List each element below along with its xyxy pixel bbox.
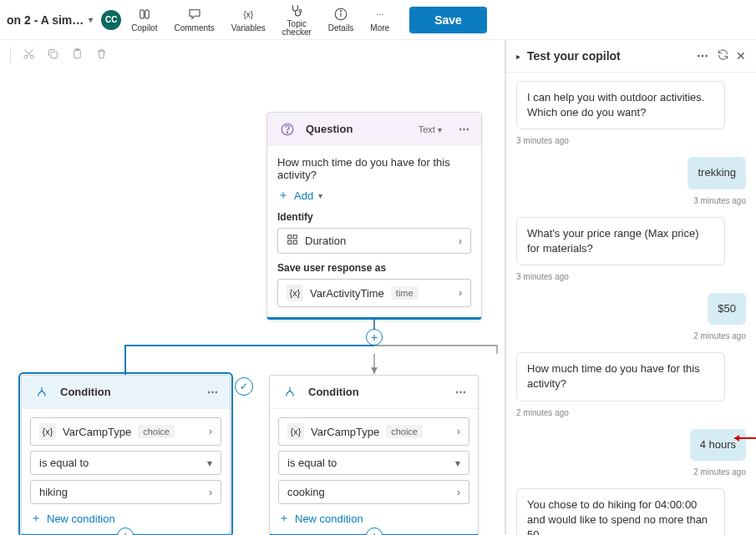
topic-title-text: on 2 - A sim… [7,13,84,27]
node-title: Condition [308,386,447,398]
panel-menu[interactable]: ⋯ [697,49,710,63]
comments-button[interactable]: Comments [167,3,221,36]
bot-message: I can help you with outdoor activities. … [516,81,725,129]
cut-icon[interactable] [23,48,35,63]
plus-icon: ＋ [278,511,290,526]
variable-icon: {x} [287,285,303,301]
question-prompt: How much time do you have for this activ… [277,156,471,181]
plus-icon: ＋ [277,188,289,203]
more-button[interactable]: ⋯ More [363,3,396,36]
svg-point-12 [287,132,287,133]
stethoscope-icon [289,3,304,18]
question-icon [277,119,297,139]
chevron-right-icon: › [459,287,462,299]
node-menu[interactable]: ⋯ [459,123,471,135]
chevron-down-icon: ▾ [207,457,212,469]
condition-value[interactable]: hiking › [30,480,221,504]
panel-title: Test your copilot [527,49,690,63]
timestamp: 3 minutes ago [516,272,569,281]
identify-label: Identify [277,211,471,223]
svg-point-5 [340,11,341,12]
refresh-icon[interactable] [717,48,729,63]
new-condition-link[interactable]: ＋New condition [30,511,221,526]
identify-entity-picker[interactable]: Duration › [277,228,471,254]
timestamp: 2 minutes ago [516,408,569,417]
condition-node-cooking[interactable]: Condition ⋯ {x} VarCampType choice › is … [269,375,479,535]
user-message: $50 [708,293,746,325]
question-node[interactable]: Question Text ▾ ⋯ How much time do you h… [266,112,482,320]
node-menu[interactable]: ⋯ [207,386,220,398]
branch-icon [280,382,300,402]
copilot-button[interactable]: Copilot [124,3,164,36]
timestamp: 3 minutes ago [516,136,569,145]
condition-node-hiking[interactable]: Condition ⋯ {x} VarCampType choice › is … [21,375,231,535]
variable-icon: {x} [287,423,304,440]
svg-rect-14 [293,235,297,239]
app-toolbar: on 2 - A sim… ▾ CC Copilot Comments {x} … [0,0,756,40]
test-copilot-panel: ▸ Test your copilot ⋯ ✕ I can help you w… [505,40,756,535]
chat-transcript[interactable]: I can help you with outdoor activities. … [506,73,756,535]
details-button[interactable]: Details [322,3,361,36]
chevron-down-icon: ▾ [438,125,442,134]
close-icon[interactable]: ✕ [736,49,746,63]
paste-icon[interactable] [71,48,84,63]
bot-message: You chose to do hiking for 04:00:00 and … [516,488,725,535]
topic-title-dropdown[interactable]: on 2 - A sim… ▾ [7,13,93,27]
condition-variable[interactable]: {x} VarCampType choice › [30,417,221,446]
variable-icon: {x} [243,7,253,22]
chevron-right-icon: › [209,426,212,437]
add-node-button[interactable]: + [366,329,383,346]
save-variable-picker[interactable]: {x} VarActivityTime time › [277,279,471,307]
authoring-canvas[interactable]: Question Text ▾ ⋯ How much time do you h… [0,40,505,535]
svg-rect-13 [288,235,292,239]
node-menu[interactable]: ⋯ [455,386,468,398]
svg-point-2 [299,9,302,12]
edit-toolbar [0,40,505,70]
validated-badge: ✓ [235,377,253,396]
svg-rect-0 [140,10,145,19]
variable-icon: {x} [39,423,56,440]
condition-variable[interactable]: {x} VarCampType choice › [278,417,469,446]
bot-message: What's your price range (Max price) for … [516,217,725,265]
copilot-icon [137,7,152,22]
svg-rect-1 [145,10,150,19]
chevron-down-icon: ▾ [455,457,460,469]
new-condition-link[interactable]: ＋New condition [278,511,469,526]
more-icon: ⋯ [376,7,384,22]
condition-operator[interactable]: is equal to ▾ [30,451,221,475]
chevron-right-icon: › [457,487,460,498]
entity-icon [287,234,298,248]
svg-rect-8 [51,52,58,58]
chevron-right-icon: › [457,426,460,437]
plus-icon: ＋ [30,511,42,526]
info-icon [333,7,348,22]
topic-checker-button[interactable]: Topic checker [276,0,318,40]
branch-icon [32,382,52,402]
node-title: Condition [60,386,199,398]
user-message: trekking [688,157,746,189]
condition-value[interactable]: cooking › [278,480,469,504]
chevron-right-icon: › [209,487,212,498]
save-as-label: Save user response as [277,262,471,274]
copy-icon[interactable] [47,48,59,63]
chevron-down-icon: ▾ [318,191,322,200]
timestamp: 2 minutes ago [693,467,746,477]
chevron-right-icon: › [459,235,462,247]
timestamp: 2 minutes ago [693,331,746,341]
bot-message: How much time do you have for this activ… [516,352,725,401]
delete-icon[interactable] [95,48,108,63]
comment-icon [187,7,202,22]
user-avatar[interactable]: CC [101,10,121,30]
add-message-link[interactable]: ＋Add ▾ [277,188,471,203]
timestamp: 3 minutes ago [693,196,746,205]
svg-rect-16 [293,240,297,244]
svg-rect-15 [288,240,292,244]
response-type[interactable]: Text ▾ [419,124,442,134]
collapse-icon[interactable]: ▸ [516,52,520,61]
annotation-arrow [731,433,756,443]
chevron-down-icon: ▾ [89,15,93,24]
variables-button[interactable]: {x} Variables [225,3,272,36]
node-title: Question [306,123,410,135]
save-button[interactable]: Save [409,7,487,33]
condition-operator[interactable]: is equal to ▾ [278,451,469,475]
